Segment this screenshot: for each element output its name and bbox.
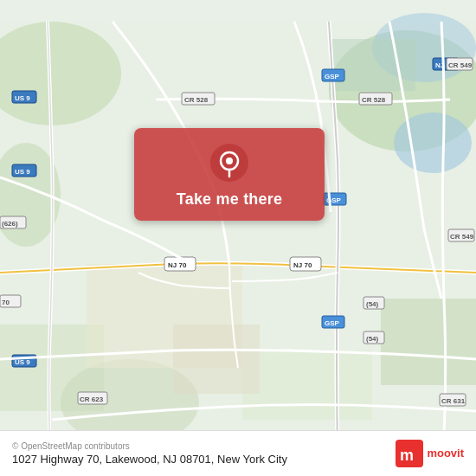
take-me-there-card[interactable]: Take me there (134, 128, 325, 221)
svg-text:m: m (400, 447, 414, 464)
svg-text:CR 549: CR 549 (450, 233, 474, 241)
svg-text:CR 528: CR 528 (362, 96, 386, 104)
svg-text:GSP: GSP (325, 73, 340, 80)
svg-text:NJ 70: NJ 70 (293, 261, 312, 269)
osm-credit: © OpenStreetMap contributors (12, 441, 287, 451)
svg-point-5 (394, 113, 472, 173)
svg-text:(54): (54) (366, 300, 379, 308)
moovit-text-block: moovit (427, 447, 464, 460)
moovit-brand-label: moovit (427, 447, 464, 460)
svg-text:(54): (54) (366, 335, 379, 343)
svg-text:70: 70 (2, 299, 10, 306)
svg-text:NJ 70: NJ 70 (168, 261, 187, 269)
moovit-logo: m moovit (396, 440, 464, 467)
map-container: NJ 70 NJ 70 GSP GSP GSP US 9 US 9 US 9 N… (0, 0, 476, 476)
location-pin-icon (210, 144, 248, 182)
svg-text:(626): (626) (2, 220, 18, 228)
take-me-there-button[interactable]: Take me there (177, 190, 282, 209)
svg-text:CR 623: CR 623 (80, 396, 104, 403)
svg-text:CR 549: CR 549 (448, 61, 473, 69)
svg-rect-4 (329, 39, 415, 91)
svg-text:US 9: US 9 (15, 94, 30, 102)
bottom-bar: © OpenStreetMap contributors 1027 Highwa… (0, 430, 476, 476)
svg-text:GSP: GSP (325, 319, 340, 327)
address-text: 1027 Highway 70, Lakewood, NJ 08701, New… (12, 453, 287, 466)
svg-rect-10 (381, 299, 476, 385)
svg-text:CR 631: CR 631 (441, 397, 466, 405)
svg-text:CR 528: CR 528 (184, 96, 209, 104)
moovit-icon: m (396, 440, 423, 467)
svg-point-53 (226, 158, 233, 164)
svg-rect-12 (173, 325, 260, 394)
svg-rect-9 (242, 351, 372, 420)
svg-text:US 9: US 9 (15, 168, 30, 176)
map-background: NJ 70 NJ 70 GSP GSP GSP US 9 US 9 US 9 N… (0, 0, 476, 476)
address-section: © OpenStreetMap contributors 1027 Highwa… (12, 441, 287, 466)
